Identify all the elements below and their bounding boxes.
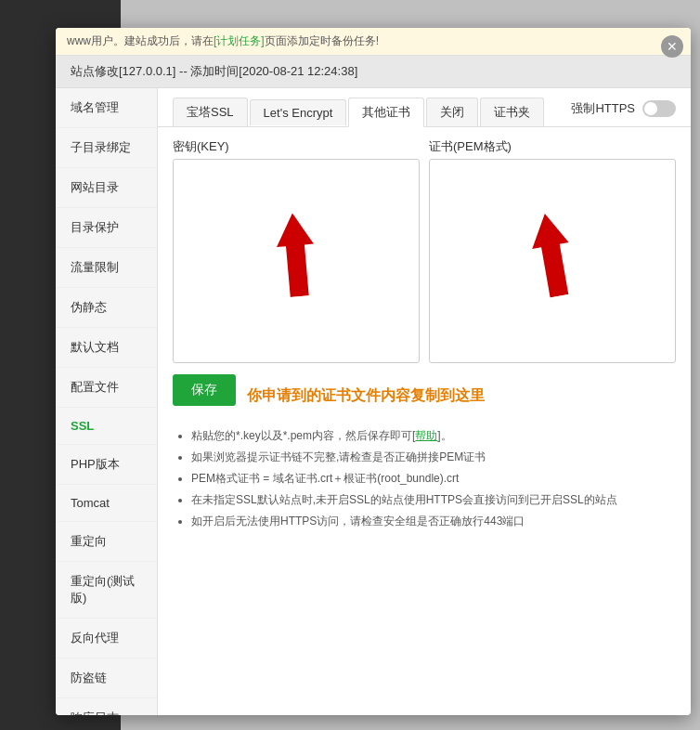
key-label: 密钥(KEY): [173, 138, 420, 155]
sidebar-item-default-doc[interactable]: 默认文档: [56, 328, 157, 368]
sidebar-item-hotlink[interactable]: 防盗链: [56, 658, 157, 698]
key-field: 密钥(KEY): [173, 138, 420, 363]
tip-item-3: 在未指定SSL默认站点时,未开启SSL的站点使用HTTPS会直接访问到已开启SS…: [191, 492, 676, 508]
cert-textarea-wrapper: [429, 159, 676, 363]
info-text-after: 页面添加定时备份任务!: [265, 34, 379, 47]
sidebar-item-traffic[interactable]: 流量限制: [56, 248, 157, 288]
sidebar-item-rewrite[interactable]: 伪静态: [56, 288, 157, 328]
cert-field: 证书(PEM格式): [429, 138, 676, 363]
site-title-bar: 站点修改[127.0.0.1] -- 添加时间[2020-08-21 12:24…: [56, 56, 691, 88]
sidebar-item-dirprotect[interactable]: 目录保护: [56, 208, 157, 248]
tab-bar-right: 强制HTTPS: [571, 100, 676, 124]
sidebar-item-subdir[interactable]: 子目录绑定: [56, 128, 157, 168]
tip-item-4: 如开启后无法使用HTTPS访问，请检查安全组是否正确放行443端口: [191, 514, 676, 529]
cert-inputs: 密钥(KEY): [173, 138, 676, 363]
sidebar-item-redirect-test[interactable]: 重定向(测试版): [56, 562, 157, 619]
plan-task-link[interactable]: [计划任务]: [214, 34, 265, 47]
modal-overlay: ✕ www用户。建站成功后，请在[计划任务]页面添加定时备份任务! 站点修改[1…: [0, 0, 700, 730]
tab-other-cert[interactable]: 其他证书: [348, 98, 424, 127]
tip-item-2: PEM格式证书 = 域名证书.crt＋根证书(root_bundle).crt: [191, 471, 676, 487]
save-button[interactable]: 保存: [173, 374, 236, 406]
close-button[interactable]: ✕: [661, 35, 683, 58]
modal-dialog: ✕ www用户。建站成功后，请在[计划任务]页面添加定时备份任务! 站点修改[1…: [56, 28, 691, 715]
key-textarea[interactable]: [173, 159, 420, 363]
tab-baota-ssl[interactable]: 宝塔SSL: [173, 98, 248, 126]
sidebar-item-tomcat[interactable]: Tomcat: [56, 485, 157, 522]
sidebar-item-log[interactable]: 响应日志: [56, 698, 157, 715]
tip-item-1: 如果浏览器提示证书链不完整,请检查是否正确拼接PEM证书: [191, 450, 676, 465]
cert-label: 证书(PEM格式): [429, 138, 676, 155]
force-https-label: 强制HTTPS: [571, 100, 635, 117]
cert-form: 密钥(KEY): [158, 127, 691, 715]
sidebar-item-reverse-proxy[interactable]: 反向代理: [56, 619, 157, 658]
tip-item-0: 粘贴您的*.key以及*.pem内容，然后保存即可[帮助]。: [191, 428, 676, 444]
left-sidebar: 域名管理 子目录绑定 网站目录 目录保护 流量限制 伪静态 默认文档 配置文件 …: [56, 88, 158, 715]
modal-body: 域名管理 子目录绑定 网站目录 目录保护 流量限制 伪静态 默认文档 配置文件 …: [56, 88, 691, 715]
save-row: 保存 你申请到的证书文件内容复制到这里: [173, 374, 676, 417]
sidebar-item-domain[interactable]: 域名管理: [56, 88, 157, 128]
sidebar-item-config[interactable]: 配置文件: [56, 368, 157, 408]
sidebar-item-redirect[interactable]: 重定向: [56, 522, 157, 562]
tab-lets-encrypt[interactable]: Let's Encrypt: [250, 99, 347, 125]
tab-close[interactable]: 关闭: [426, 98, 478, 126]
info-bar: www用户。建站成功后，请在[计划任务]页面添加定时备份任务!: [56, 28, 691, 56]
tab-bar: 宝塔SSL Let's Encrypt 其他证书 关闭 证书夹 强制HTTPS: [158, 88, 691, 127]
hint-text: 你申请到的证书文件内容复制到这里: [247, 386, 485, 406]
sidebar-item-php[interactable]: PHP版本: [56, 445, 157, 485]
key-textarea-wrapper: [173, 159, 420, 363]
tips-list: 粘贴您的*.key以及*.pem内容，然后保存即可[帮助]。 如果浏览器提示证书…: [173, 428, 676, 529]
cert-textarea[interactable]: [429, 159, 676, 363]
help-link[interactable]: 帮助: [415, 429, 437, 442]
tab-cert-folder[interactable]: 证书夹: [480, 98, 544, 126]
info-text-before: www用户。建站成功后，请在: [67, 34, 214, 47]
main-content: 宝塔SSL Let's Encrypt 其他证书 关闭 证书夹 强制HTTPS: [158, 88, 691, 715]
sidebar-item-webdir[interactable]: 网站目录: [56, 168, 157, 208]
force-https-toggle[interactable]: [642, 100, 676, 117]
sidebar-item-ssl[interactable]: SSL: [56, 408, 157, 445]
